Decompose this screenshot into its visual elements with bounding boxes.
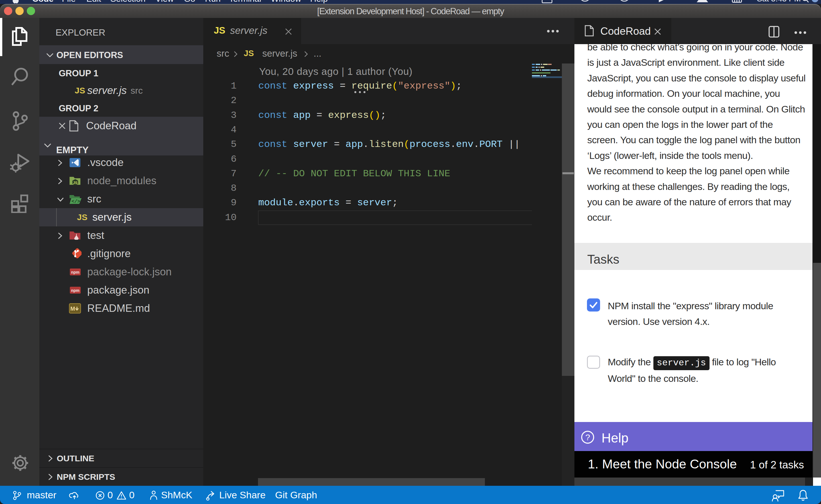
svg-text:M: M bbox=[70, 306, 75, 312]
svg-text:</>: </> bbox=[71, 199, 80, 204]
svg-text:npm: npm bbox=[71, 270, 79, 274]
svg-text:?: ? bbox=[585, 433, 590, 442]
svg-text:npm: npm bbox=[71, 288, 79, 293]
svg-text:JS: JS bbox=[73, 181, 77, 185]
